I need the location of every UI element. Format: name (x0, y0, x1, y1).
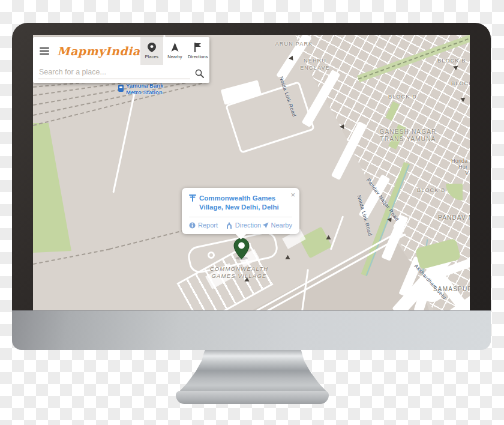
popup-title-line1: Commonwealth Games (199, 194, 275, 202)
metro-label-line: Yamuna Bank (126, 83, 163, 89)
area-label: COMMONWEALTH GAMES VILLAGE (202, 265, 277, 280)
poi-label: V (465, 169, 469, 176)
search-icon[interactable] (195, 69, 204, 78)
navigation-arrow-icon (171, 43, 179, 52)
park-patch (299, 226, 332, 258)
nearby-label: Nearby (167, 54, 182, 59)
area-label: GANESH NAGAR TRANS YAMUNA (369, 128, 447, 143)
roundabout (208, 252, 215, 259)
route-fork-icon (226, 222, 233, 229)
location-marker-pin[interactable] (233, 238, 250, 262)
pin-hole (238, 243, 245, 249)
street (112, 93, 135, 193)
nearby-label: Nearby (271, 222, 292, 229)
transparency-checkerboard: ARUN PARK NEHRU ENCLAVE BLOCK B BLOCK BL… (0, 0, 504, 425)
monitor-stand-base (176, 391, 329, 404)
area-label: PANDAV NAGAR (438, 214, 470, 222)
map-canvas[interactable]: ARUN PARK NEHRU ENCLAVE BLOCK B BLOCK BL… (33, 35, 470, 310)
close-icon[interactable]: × (290, 191, 295, 199)
popup-actions: Report Direction (189, 222, 292, 229)
panel-header-row: MapmyIndia Places Nearby (33, 37, 209, 65)
places-button[interactable]: Places (140, 37, 163, 65)
area-label: BLOCK B (437, 57, 466, 64)
directions-button[interactable]: Directions (187, 37, 209, 65)
metro-label-line: Metro Station (126, 89, 163, 96)
metro-icon (118, 85, 124, 92)
direction-label: Direction (235, 222, 261, 229)
search-input[interactable] (38, 68, 190, 79)
metro-station-label[interactable]: Yamuna Bank Metro Station (126, 83, 163, 95)
brand-logo: MapmyIndia (57, 44, 140, 58)
area-label: ARUN PARK (264, 40, 324, 47)
area-label: BLOCK B (417, 187, 445, 194)
monitor-stand-neck (178, 350, 328, 393)
screen: ARUN PARK NEHRU ENCLAVE BLOCK B BLOCK BL… (33, 35, 470, 310)
area-label-line: ENCLAVE (285, 64, 345, 71)
direction-button[interactable]: Direction (226, 222, 262, 229)
area-label: BLOCK D (388, 93, 417, 100)
send-arrow-icon (262, 222, 269, 229)
flag-icon (194, 43, 202, 52)
area-label-line: NEHRU (285, 57, 345, 64)
popup-title-text: Commonwealth Games Village, New Delhi, D… (199, 194, 279, 212)
place-info-popup: × Commonwealth Games Village, New Delhi,… (182, 188, 299, 234)
popup-title-line2: Village, New Delhi, Delhi (199, 203, 279, 211)
railway-line (109, 230, 185, 250)
hamburger-menu-icon[interactable] (40, 46, 49, 56)
nearby-toolbar-button[interactable]: Nearby (163, 37, 186, 65)
place-pin-icon (148, 43, 156, 52)
area-label-line: GANESH NAGAR (369, 128, 447, 136)
popup-title: Commonwealth Games Village, New Delhi, D… (189, 194, 292, 212)
popup-divider (189, 217, 292, 217)
one-way-arrow-icon (284, 255, 290, 261)
transit-icon (189, 194, 196, 202)
info-icon (189, 222, 196, 229)
directions-label: Directions (188, 54, 208, 59)
area-label-line: GAMES VILLAGE (202, 273, 277, 280)
street (330, 216, 344, 250)
monitor-chin (12, 310, 491, 350)
area-label-line: TRANS YAMUNA (369, 136, 447, 143)
report-label: Report (198, 222, 218, 229)
places-label: Places (145, 54, 159, 59)
search-panel: MapmyIndia Places Nearby (33, 37, 209, 83)
area-label: BLOCK (451, 80, 470, 87)
area-label: NEHRU ENCLAVE (285, 57, 345, 71)
panel-search-row (33, 65, 209, 83)
report-button[interactable]: Report (189, 222, 226, 229)
nearby-button[interactable]: Nearby (262, 222, 292, 229)
area-label-line: COMMONWEALTH (202, 265, 277, 273)
